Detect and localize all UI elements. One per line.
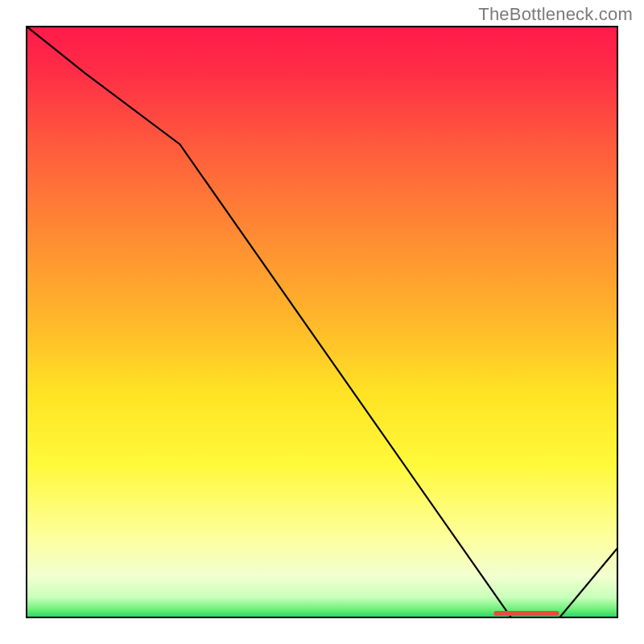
bottleneck-chart: [26, 26, 618, 618]
attribution-label: TheBottleneck.com: [478, 4, 633, 25]
chart-optimal-marker: [493, 611, 559, 616]
chart-background: [26, 26, 618, 618]
chart-canvas: [26, 26, 618, 618]
